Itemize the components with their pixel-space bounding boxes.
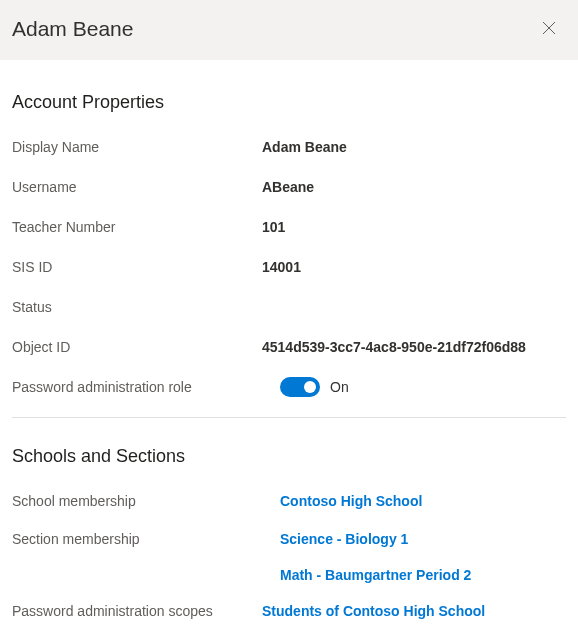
panel-title: Adam Beane [12, 17, 133, 41]
label-password-admin-role: Password administration role [12, 379, 262, 395]
close-icon[interactable] [538, 17, 560, 42]
panel-content: Account Properties Display Name Adam Bea… [0, 60, 578, 621]
label-object-id: Object ID [12, 339, 262, 355]
label-teacher-number: Teacher Number [12, 219, 262, 235]
section-divider [12, 417, 566, 418]
row-username: Username ABeane [12, 177, 566, 197]
row-section-membership: Section membership Science - Biology 1 [12, 529, 566, 549]
row-teacher-number: Teacher Number 101 [12, 217, 566, 237]
link-section-membership-1[interactable]: Science - Biology 1 [280, 531, 408, 547]
toggle-state-label: On [330, 379, 349, 395]
row-object-id: Object ID 4514d539-3cc7-4ac8-950e-21df72… [12, 337, 566, 357]
label-status: Status [12, 299, 262, 315]
row-password-admin-scopes: Password administration scopes Students … [12, 601, 566, 621]
value-object-id: 4514d539-3cc7-4ac8-950e-21df72f06d88 [262, 339, 526, 355]
value-username: ABeane [262, 179, 314, 195]
label-display-name: Display Name [12, 139, 262, 155]
row-display-name: Display Name Adam Beane [12, 137, 566, 157]
label-password-admin-scopes: Password administration scopes [12, 603, 262, 619]
link-password-admin-scopes[interactable]: Students of Contoso High School [262, 603, 485, 619]
row-status: Status [12, 297, 566, 317]
label-section-membership: Section membership [12, 531, 280, 547]
row-section-membership-extra: Math - Baumgartner Period 2 [12, 567, 566, 583]
section-title-schools-sections: Schools and Sections [12, 446, 566, 467]
value-teacher-number: 101 [262, 219, 285, 235]
label-sis-id: SIS ID [12, 259, 262, 275]
section-title-account-properties: Account Properties [12, 92, 566, 113]
link-school-membership[interactable]: Contoso High School [280, 493, 422, 509]
value-sis-id: 14001 [262, 259, 301, 275]
row-school-membership: School membership Contoso High School [12, 491, 566, 511]
toggle-container: On [280, 377, 349, 397]
link-section-membership-2[interactable]: Math - Baumgartner Period 2 [280, 567, 471, 583]
panel-header: Adam Beane [0, 0, 578, 60]
row-password-admin-role: Password administration role On [12, 377, 566, 397]
label-username: Username [12, 179, 262, 195]
password-admin-role-toggle[interactable] [280, 377, 320, 397]
toggle-knob-icon [304, 381, 316, 393]
row-sis-id: SIS ID 14001 [12, 257, 566, 277]
label-section-membership-spacer [12, 567, 280, 583]
value-display-name: Adam Beane [262, 139, 347, 155]
label-school-membership: School membership [12, 493, 280, 509]
